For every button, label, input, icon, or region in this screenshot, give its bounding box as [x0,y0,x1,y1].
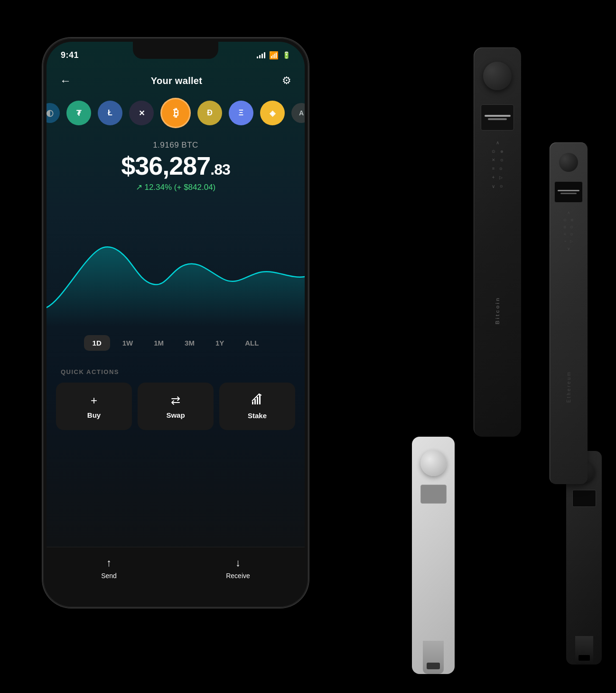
time-filter-1w[interactable]: 1W [114,335,142,351]
svg-rect-3 [259,394,261,404]
page-title: Your wallet [151,75,203,86]
stake-icon [251,393,263,408]
svg-rect-0 [252,402,253,404]
battery-icon: 🔋 [282,51,290,59]
ledger-white-button [420,450,447,476]
receive-action[interactable]: ↓ Receive [226,557,250,580]
receive-label: Receive [226,572,250,580]
swap-icon: ⇄ [171,394,180,407]
buy-icon: + [91,394,97,407]
bottom-bar: ↑ Send ↓ Receive [47,547,305,604]
screen-line-2 [488,118,507,120]
crypto-icon-doge[interactable]: Ð [197,101,222,125]
time-filter-1y[interactable]: 1Y [207,335,233,351]
balance-usd: $36,287.83 [121,153,230,178]
time-filter-1d[interactable]: 1D [84,335,110,351]
price-chart [47,213,305,327]
status-icons: 📶 🔋 [257,51,290,60]
crypto-icon-algo[interactable]: A [291,103,305,123]
time-filters: 1D 1W 1M 3M 1Y ALL [47,335,305,351]
send-icon: ↑ [106,557,112,569]
back-button[interactable]: ← [60,74,71,87]
status-time: 9:41 [61,50,79,60]
swap-button[interactable]: ⇄ Swap [138,383,214,430]
buy-button[interactable]: + Buy [56,383,132,430]
balance-crypto: 1.9169 BTC [153,140,198,150]
crypto-icon-binance[interactable]: ◈ [260,101,285,125]
quick-actions-label: QUICK ACTIONS [61,368,119,375]
balance-change-percent: ↗ 12.34% [136,183,172,192]
time-filter-1m[interactable]: 1M [145,335,172,351]
scene: 9:41 📶 🔋 ← Your wallet ⚙ [0,0,616,693]
crypto-icon-xrp[interactable]: ✕ [129,101,154,125]
swap-label: Swap [166,411,185,419]
screen-line-1 [485,115,511,117]
ledger-nano-x-screen [481,104,514,131]
ledger-nano-x-label: Bitcoin [495,297,500,324]
crypto-icon-bitcoin[interactable]: ₿ [160,98,191,128]
ledger-nano-white [412,437,455,674]
balance-area: 1.9169 BTC $36,287.83 ↗ 12.34% (+ $842.0… [47,140,305,192]
settings-button[interactable]: ⚙ [282,75,291,87]
crypto-icons-row: ◐ ₮ Ł ✕ ₿ Ð Ξ ◈ A [47,98,305,128]
balance-change-usd: (+ $842.04) [174,183,215,192]
crypto-icon-litecoin[interactable]: Ł [98,101,122,125]
crypto-icon-tether[interactable]: ₮ [66,101,91,125]
receive-icon: ↓ [235,557,241,569]
ledger-nano-x: ∧ ⊙ ⊕ ✕ ⊙ ≡ ⊙ + ▷ ∨ ⊙ Bitcoin [474,47,521,437]
stake-label: Stake [248,412,267,420]
svg-rect-2 [257,397,258,404]
balance-change: ↗ 12.34% (+ $842.04) [136,182,216,192]
app-header: ← Your wallet ⚙ [47,68,305,93]
balance-usd-cents: .83 [210,161,230,178]
ledger-nano-x-button [483,62,512,90]
phone-device: 9:41 📶 🔋 ← Your wallet ⚙ [43,38,308,608]
time-filter-3m[interactable]: 3M [176,335,203,351]
ledger-nano-s: ∧ ⊙⊕ B⊙ ≡⊙ +▷ ∨ Ethereum [550,142,588,484]
quick-actions-row: + Buy ⇄ Swap [56,383,295,430]
svg-rect-1 [254,399,256,404]
send-label: Send [101,572,117,580]
wifi-icon: 📶 [269,51,279,60]
send-action[interactable]: ↑ Send [101,557,117,580]
crypto-icon-ethereum[interactable]: Ξ [229,101,253,125]
phone-screen: 9:41 📶 🔋 ← Your wallet ⚙ [47,42,305,604]
ledger-controls: ∧ ⊙ ⊕ ✕ ⊙ ≡ ⊙ + ▷ ∨ ⊙ [481,140,514,189]
crypto-icon-partial[interactable]: ◐ [47,103,60,123]
balance-usd-whole: $36,287 [121,151,210,180]
buy-label: Buy [87,411,101,419]
signal-icon [257,52,265,58]
stake-button[interactable]: Stake [219,383,295,430]
notch [133,42,218,59]
time-filter-all[interactable]: ALL [236,335,267,351]
